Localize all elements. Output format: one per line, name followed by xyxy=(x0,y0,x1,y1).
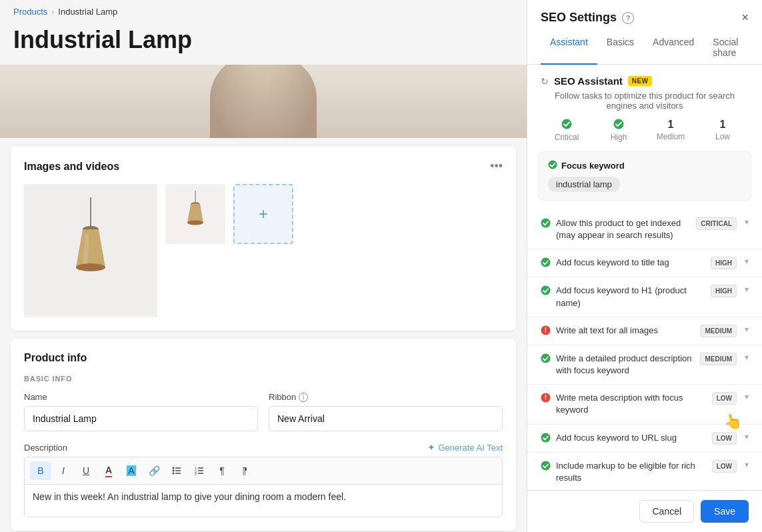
task-success-icon xyxy=(541,257,551,269)
bullet-list-button[interactable] xyxy=(166,461,187,480)
svg-point-5 xyxy=(187,221,203,225)
task-list: Allow this product to get indexed (may a… xyxy=(527,210,762,490)
keyword-title: Focus keyword xyxy=(561,161,625,171)
breadcrumb-separator: › xyxy=(51,7,54,17)
task-high-badge: HIGH xyxy=(711,257,737,269)
generate-ai-button[interactable]: ✦ Generate AI Text xyxy=(427,442,503,453)
name-field-group: Name xyxy=(24,392,258,431)
cancel-button[interactable]: Cancel xyxy=(639,500,694,523)
editor-toolbar: B I U A A 🔗 1.2.3. ¶ ¶ xyxy=(24,457,503,484)
product-info-title: Product info xyxy=(24,352,87,364)
stat-low-label: Low xyxy=(715,132,730,141)
task-error-icon: ! xyxy=(541,325,551,337)
stat-low-value: 1 xyxy=(720,119,726,131)
description-label: Description xyxy=(24,443,67,453)
svg-point-2 xyxy=(76,263,105,271)
cursor-hand: 👆 xyxy=(723,411,743,431)
svg-text:!: ! xyxy=(545,327,547,334)
task-success-icon xyxy=(541,461,551,473)
task-h1[interactable]: Add focus keyword to H1 (product name) H… xyxy=(527,277,762,317)
link-button[interactable]: 🔗 xyxy=(143,461,165,480)
task-rich-results[interactable]: Include markup to be eligible for rich r… xyxy=(527,453,762,491)
expand-icon: ▾ xyxy=(745,392,749,401)
thumbnail-image[interactable] xyxy=(165,184,225,244)
keyword-tag[interactable]: industrial lamp xyxy=(548,177,620,192)
svg-point-18 xyxy=(562,119,572,129)
help-icon[interactable]: ? xyxy=(622,12,634,24)
breadcrumb-products-link[interactable]: Products xyxy=(13,7,47,17)
task-rich-results-text: Include markup to be eligible for rich r… xyxy=(556,460,707,484)
refresh-icon[interactable]: ↻ xyxy=(541,76,549,87)
seo-assistant-header: ↻ SEO Assistant NEW xyxy=(527,65,762,89)
close-button[interactable]: × xyxy=(741,11,749,25)
task-alt-text[interactable]: ! Write alt text for all images MEDIUM ▾ xyxy=(527,317,762,345)
panel-body: ↻ SEO Assistant NEW Follow tasks to opti… xyxy=(527,65,762,490)
panel-title-group: SEO Settings ? xyxy=(541,11,634,25)
expand-icon: ▾ xyxy=(745,285,749,294)
add-image-button[interactable]: + xyxy=(233,184,293,244)
stat-high-label: High xyxy=(611,133,627,142)
tab-assistant[interactable]: Assistant xyxy=(541,31,597,65)
svg-point-22 xyxy=(541,258,551,267)
images-menu-button[interactable]: ••• xyxy=(490,159,503,173)
expand-icon: ▾ xyxy=(745,325,749,334)
assistant-title: SEO Assistant xyxy=(554,75,623,87)
font-color-button[interactable]: A xyxy=(98,461,119,480)
bold-button[interactable]: B xyxy=(30,461,51,480)
task-low-badge-3: LOW xyxy=(712,460,737,473)
svg-point-30 xyxy=(541,461,551,470)
italic-button[interactable]: I xyxy=(53,461,74,480)
stat-critical-check xyxy=(561,119,572,131)
task-url-slug-text: Add focus keyword to URL slug xyxy=(556,432,707,444)
ribbon-field-group: Ribbon i xyxy=(269,392,503,431)
name-label: Name xyxy=(24,392,258,402)
task-h1-text: Add focus keyword to H1 (product name) xyxy=(556,285,705,309)
highlight-button[interactable]: A xyxy=(121,461,142,480)
hero-person xyxy=(210,65,317,138)
stat-medium-label: Medium xyxy=(657,132,685,141)
stat-high: High xyxy=(593,119,645,142)
underline-button[interactable]: U xyxy=(75,461,97,480)
stat-medium-value: 1 xyxy=(668,119,674,131)
thumb-lamp-svg xyxy=(179,191,212,237)
expand-icon: ▾ xyxy=(745,217,749,227)
keyword-box: Focus keyword industrial lamp xyxy=(538,151,751,201)
align-left-button[interactable]: ¶ xyxy=(211,461,233,480)
product-info-header: Product info xyxy=(24,352,503,364)
ribbon-label: Ribbon i xyxy=(269,392,503,402)
expand-icon: ▾ xyxy=(745,257,749,266)
description-section: Description ✦ Generate AI Text B I U A A… xyxy=(24,442,503,517)
tab-advanced[interactable]: Advanced xyxy=(643,31,703,65)
save-button[interactable]: Save xyxy=(701,500,749,523)
panel-header: SEO Settings ? × xyxy=(527,0,762,25)
stat-medium: 1 Medium xyxy=(645,119,697,142)
description-label-row: Description ✦ Generate AI Text xyxy=(24,442,503,453)
align-right-button[interactable]: ¶ xyxy=(234,461,255,480)
main-product-image[interactable] xyxy=(24,184,157,317)
task-description[interactable]: Write a detailed product description wit… xyxy=(527,345,762,385)
product-info-card: Product info BASIC INFO Name Ribbon i De… xyxy=(11,339,516,531)
ribbon-info-icon[interactable]: i xyxy=(299,393,308,402)
tab-social-share[interactable]: Social share xyxy=(703,31,749,65)
numbered-list-button[interactable]: 1.2.3. xyxy=(189,461,210,480)
task-description-text: Write a detailed product description wit… xyxy=(556,353,695,377)
task-title-tag-text: Add focus keyword to title tag xyxy=(556,257,705,269)
new-badge: NEW xyxy=(628,76,653,86)
svg-text:3.: 3. xyxy=(195,472,197,475)
stat-critical-label: Critical xyxy=(555,133,579,142)
ai-wand-icon: ✦ xyxy=(427,442,435,453)
svg-point-26 xyxy=(541,353,551,363)
task-medium-badge-2: MEDIUM xyxy=(700,353,737,365)
task-title-tag[interactable]: Add focus keyword to title tag HIGH ▾ xyxy=(527,249,762,277)
ribbon-input[interactable] xyxy=(269,406,503,431)
left-panel: Products › Industrial Lamp Industrial La… xyxy=(0,0,527,532)
svg-point-8 xyxy=(173,470,175,472)
assistant-desc: Follow tasks to optimize this product fo… xyxy=(527,89,762,119)
tab-basics[interactable]: Basics xyxy=(597,31,643,65)
name-input[interactable] xyxy=(24,406,258,431)
description-editor[interactable]: New in this week! An industrial lamp to … xyxy=(24,484,503,517)
task-meta-description[interactable]: ! Write meta description with focus keyw… xyxy=(527,385,762,424)
task-allow-indexing[interactable]: Allow this product to get indexed (may a… xyxy=(527,210,762,249)
task-critical-badge: CRITICAL xyxy=(696,217,737,230)
svg-point-29 xyxy=(541,433,551,442)
